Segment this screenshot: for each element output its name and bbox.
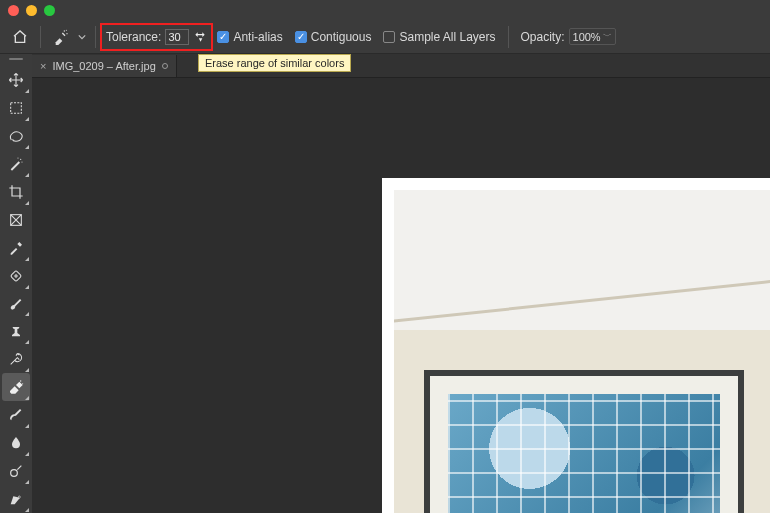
tools-panel [0,54,32,513]
document-tab-label: IMG_0209 – After.jpg [52,60,155,72]
tolerance-input[interactable] [165,29,189,45]
options-bar: Tolerance: ✓ Anti-alias ✓ Contiguous Sam… [0,20,770,54]
svg-point-12 [18,496,20,498]
svg-point-11 [11,470,18,477]
divider [40,26,41,48]
svg-point-6 [21,161,22,162]
document-tab[interactable]: × IMG_0209 – After.jpg [32,55,177,77]
document-canvas[interactable] [382,178,770,513]
titlebar [0,0,770,20]
image-picture-art [448,394,720,513]
sample-all-layers-option[interactable]: Sample All Layers [383,30,495,44]
tolerance-label: Tolerance: [106,30,161,44]
frame-tool[interactable] [2,206,30,234]
eraser-tool[interactable] [2,373,30,401]
gradient-tool[interactable] [2,401,30,429]
home-icon [12,29,28,45]
image-picture-frame [424,370,744,513]
tolerance-group-highlight: Tolerance: [102,25,211,49]
close-window-button[interactable] [8,5,19,16]
antialias-option[interactable]: ✓ Anti-alias [217,30,282,44]
opacity-option: Opacity: 100% ﹀ [521,28,616,45]
tool-preset-button[interactable] [47,23,75,51]
svg-point-2 [66,29,67,30]
home-button[interactable] [6,23,34,51]
magic-eraser-preset-icon [53,29,69,45]
image-content [394,190,770,513]
panel-drag-handle[interactable] [9,58,23,60]
svg-point-0 [64,30,65,31]
pen-tool[interactable] [2,485,30,513]
zoom-window-button[interactable] [44,5,55,16]
history-brush-tool[interactable] [2,345,30,373]
magic-wand-tool[interactable] [2,150,30,178]
dodge-tool[interactable] [2,457,30,485]
divider [508,26,509,48]
svg-point-10 [22,383,23,384]
document-tab-bar: × IMG_0209 – After.jpg [32,54,770,78]
move-tool[interactable] [2,66,30,94]
antialias-checkbox[interactable]: ✓ [217,31,229,43]
crop-tool[interactable] [2,178,30,206]
svg-point-9 [20,381,21,382]
eyedropper-tool[interactable] [2,234,30,262]
contiguous-checkbox[interactable]: ✓ [295,31,307,43]
scrub-cursor-icon [193,30,207,44]
contiguous-label: Contiguous [311,30,372,44]
antialias-label: Anti-alias [233,30,282,44]
svg-point-5 [17,157,18,158]
clone-stamp-tool[interactable] [2,317,30,345]
tool-preset-caret[interactable] [75,23,89,51]
opacity-input[interactable]: 100% ﹀ [569,28,616,45]
marquee-tool[interactable] [2,94,30,122]
canvas-workspace[interactable] [32,78,770,513]
svg-rect-3 [11,103,22,114]
contiguous-option[interactable]: ✓ Contiguous [295,30,372,44]
tooltip-text: Erase range of similar colors [205,57,344,69]
sample-all-layers-label: Sample All Layers [399,30,495,44]
spot-healing-tool[interactable] [2,262,30,290]
minimize-window-button[interactable] [26,5,37,16]
close-tab-button[interactable]: × [40,60,46,72]
blur-tool[interactable] [2,429,30,457]
brush-tool[interactable] [2,290,30,318]
opacity-value: 100% [573,31,601,43]
chevron-down-icon [78,33,86,41]
divider [95,26,96,48]
image-ceiling-region [394,190,770,330]
tolerance-tooltip: Erase range of similar colors [198,54,351,72]
tab-status-indicator [162,63,168,69]
image-picture-mat [430,376,738,513]
svg-point-1 [66,33,67,34]
sample-all-layers-checkbox[interactable] [383,31,395,43]
svg-point-4 [20,158,21,159]
chevron-down-icon: ﹀ [603,30,612,43]
opacity-label: Opacity: [521,30,565,44]
lasso-tool[interactable] [2,122,30,150]
